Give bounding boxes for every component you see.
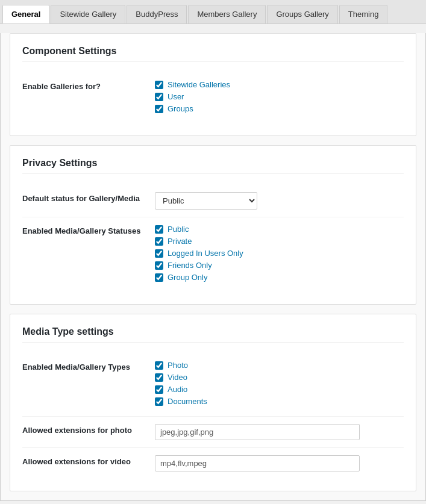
checkbox-groups-input[interactable] (155, 105, 163, 113)
enabled-types-label: Enabled Media/Gallery Types (22, 361, 155, 373)
checkbox-documents-type-label[interactable]: Documents (168, 397, 207, 406)
allowed-video-ext-row: Allowed extensions for video (22, 448, 404, 479)
allowed-photo-ext-input[interactable] (155, 424, 360, 440)
checkbox-group-only-status-input[interactable] (155, 273, 163, 282)
checkbox-group-only-status[interactable]: Group Only (155, 273, 404, 282)
checkbox-photo-type-label[interactable]: Photo (168, 361, 188, 370)
checkbox-public-status-label[interactable]: Public (168, 225, 189, 234)
enable-galleries-row: Enable Galleries for? Sitewide Galleries… (22, 73, 404, 123)
allowed-photo-ext-control (155, 424, 404, 440)
allowed-video-ext-control (155, 455, 404, 471)
checkbox-video-type[interactable]: Video (155, 373, 404, 382)
checkbox-private-status-label[interactable]: Private (168, 237, 192, 246)
checkbox-user[interactable]: User (155, 92, 404, 101)
default-status-row: Default status for Gallery/Media Public … (22, 185, 404, 217)
default-status-select[interactable]: Public Private Logged In Users Only Frie… (155, 192, 257, 210)
checkbox-friends-status-input[interactable] (155, 261, 163, 270)
checkbox-private-status-input[interactable] (155, 237, 163, 246)
checkbox-audio-type-input[interactable] (155, 385, 163, 394)
allowed-video-ext-input[interactable] (155, 455, 360, 471)
enabled-types-options: Photo Video Audio Documents (155, 361, 404, 409)
enabled-statuses-label: Enabled Media/Gallery Statuses (22, 225, 155, 237)
checkbox-photo-type-input[interactable] (155, 361, 163, 370)
enabled-statuses-row: Enabled Media/Gallery Statuses Public Pr… (22, 217, 404, 292)
checkbox-public-status[interactable]: Public (155, 225, 404, 234)
checkbox-documents-type[interactable]: Documents (155, 397, 404, 406)
checkbox-sitewide[interactable]: Sitewide Galleries (155, 80, 404, 89)
allowed-photo-ext-label: Allowed extensions for photo (22, 424, 155, 436)
tab-general[interactable]: General (2, 5, 49, 23)
tab-bar: General Sitewide Gallery BuddyPress Memb… (0, 0, 426, 24)
checkbox-logged-in-status[interactable]: Logged In Users Only (155, 249, 404, 258)
checkbox-group-only-status-label[interactable]: Group Only (168, 273, 207, 282)
privacy-settings-section: Privacy Settings Default status for Gall… (10, 145, 416, 305)
checkbox-logged-in-status-input[interactable] (155, 249, 163, 258)
component-settings-title: Component Settings (22, 46, 404, 62)
checkbox-user-input[interactable] (155, 93, 163, 101)
checkbox-video-type-input[interactable] (155, 373, 163, 382)
checkbox-video-type-label[interactable]: Video (168, 373, 187, 382)
enable-galleries-label: Enable Galleries for? (22, 80, 155, 92)
enabled-types-row: Enabled Media/Gallery Types Photo Video … (22, 353, 404, 417)
default-status-label: Default status for Gallery/Media (22, 192, 155, 204)
tab-groups-gallery[interactable]: Groups Gallery (267, 5, 337, 23)
checkbox-user-label[interactable]: User (168, 92, 184, 101)
checkbox-sitewide-label[interactable]: Sitewide Galleries (168, 80, 230, 89)
privacy-settings-title: Privacy Settings (22, 158, 404, 174)
component-settings-section: Component Settings Enable Galleries for?… (10, 33, 416, 136)
main-content: Component Settings Enable Galleries for?… (0, 33, 426, 501)
tab-buddypress[interactable]: BuddyPress (127, 5, 187, 23)
checkbox-documents-type-input[interactable] (155, 397, 163, 406)
checkbox-sitewide-input[interactable] (155, 81, 163, 89)
checkbox-public-status-input[interactable] (155, 225, 163, 234)
media-type-settings-title: Media Type settings (22, 326, 404, 343)
tab-members-gallery[interactable]: Members Gallery (188, 5, 266, 23)
media-type-settings-section: Media Type settings Enabled Media/Galler… (10, 314, 416, 491)
checkbox-audio-type-label[interactable]: Audio (168, 385, 187, 394)
enabled-statuses-options: Public Private Logged In Users Only Frie… (155, 225, 404, 285)
checkbox-groups-label[interactable]: Groups (168, 104, 193, 113)
enable-galleries-options: Sitewide Galleries User Groups (155, 80, 404, 116)
checkbox-groups[interactable]: Groups (155, 104, 404, 113)
default-status-control: Public Private Logged In Users Only Frie… (155, 192, 404, 210)
allowed-photo-ext-row: Allowed extensions for photo (22, 417, 404, 448)
checkbox-logged-in-status-label[interactable]: Logged In Users Only (168, 249, 243, 258)
tab-sitewide-gallery[interactable]: Sitewide Gallery (51, 5, 125, 23)
allowed-video-ext-label: Allowed extensions for video (22, 455, 155, 467)
checkbox-audio-type[interactable]: Audio (155, 385, 404, 394)
checkbox-photo-type[interactable]: Photo (155, 361, 404, 370)
checkbox-friends-status[interactable]: Friends Only (155, 261, 404, 270)
checkbox-private-status[interactable]: Private (155, 237, 404, 246)
checkbox-friends-status-label[interactable]: Friends Only (168, 261, 212, 270)
tab-theming[interactable]: Theming (339, 5, 388, 23)
